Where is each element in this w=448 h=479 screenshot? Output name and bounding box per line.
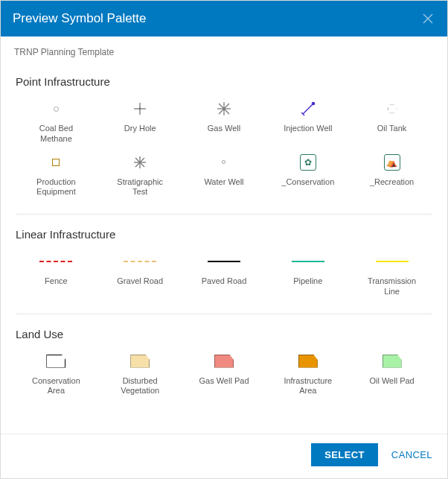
coal-bed-methane-icon — [38, 98, 74, 119]
section-point-infrastructure: Point Infrastructure Coal Bed Methane Dr… — [16, 75, 432, 197]
symbol-gas-well-pad[interactable]: Gas Well Pad — [184, 351, 265, 397]
symbol-fence[interactable]: Fence — [16, 251, 97, 297]
gas-well-pad-icon — [206, 351, 242, 372]
symbol-label: Coal Bed Methane — [26, 124, 86, 145]
svg-point-9 — [223, 107, 225, 110]
section-linear-infrastructure: Linear Infrastructure Fence Gravel Road … — [16, 228, 432, 297]
symbol-label: Stratigraphic Test — [110, 177, 170, 198]
symbol-label: Conservation Area — [26, 376, 86, 397]
template-name: TRNP Planning Template — [1, 37, 447, 62]
symbol-palette-dialog: Preview Symbol Palette TRNP Planning Tem… — [0, 0, 448, 479]
symbol-label: _Conservation — [281, 177, 334, 188]
transmission-line-icon — [374, 251, 410, 272]
svg-point-11 — [311, 102, 315, 106]
svg-line-10 — [303, 104, 313, 114]
gas-well-icon — [206, 98, 242, 119]
svg-point-4 — [139, 108, 141, 110]
symbol-coal-bed-methane[interactable]: Coal Bed Methane — [16, 98, 97, 145]
symbol-label: Fence — [45, 276, 68, 287]
recreation-icon: ⛺ — [374, 152, 410, 173]
section-land-use: Land Use Conservation Area Disturbed Veg… — [16, 328, 432, 397]
select-button[interactable]: SELECT — [311, 443, 378, 466]
water-well-icon — [206, 152, 242, 173]
symbol-conservation-area[interactable]: Conservation Area — [16, 351, 97, 397]
infrastructure-area-icon — [290, 351, 326, 372]
symbol-paved-road[interactable]: Paved Road — [184, 251, 265, 297]
section-title: Land Use — [16, 328, 432, 340]
section-title: Point Infrastructure — [16, 75, 432, 88]
symbol-oil-tank[interactable]: Oil Tank — [351, 98, 432, 145]
symbol-pipeline[interactable]: Pipeline — [267, 251, 348, 297]
dialog-title: Preview Symbol Palette — [13, 11, 420, 26]
symbol-dry-hole[interactable]: Dry Hole — [100, 98, 181, 145]
symbol-oil-well-pad[interactable]: Oil Well Pad — [351, 351, 432, 397]
production-equipment-icon — [38, 152, 74, 173]
symbol-label: Paved Road — [202, 276, 247, 287]
symbol-label: Injection Well — [284, 124, 332, 134]
symbol-label: Gravel Road — [117, 276, 163, 287]
symbol-label: Disturbed Vegetation — [110, 376, 170, 397]
symbol-label: _Recreation — [370, 177, 414, 188]
injection-well-icon — [290, 98, 326, 119]
symbol-label: Dry Hole — [124, 124, 156, 134]
symbol-label: Pipeline — [293, 276, 322, 287]
conservation-area-icon — [38, 351, 74, 372]
symbol-stratigraphic-test[interactable]: Stratigraphic Test — [100, 152, 181, 198]
pipeline-icon — [290, 251, 326, 272]
symbol-water-well[interactable]: Water Well — [184, 152, 265, 198]
svg-line-12 — [301, 112, 303, 114]
symbol-transmission-line[interactable]: Transmission Line — [351, 251, 432, 297]
fence-icon — [38, 251, 74, 272]
dialog-footer: SELECT CANCEL — [1, 434, 447, 478]
symbol-disturbed-vegetation[interactable]: Disturbed Vegetation — [100, 351, 181, 397]
cancel-button[interactable]: CANCEL — [391, 449, 432, 460]
symbol-injection-well[interactable]: Injection Well — [267, 98, 348, 145]
conservation-icon: ✿ — [290, 152, 326, 173]
titlebar: Preview Symbol Palette — [1, 1, 447, 37]
symbol-label: Water Well — [204, 177, 243, 188]
symbol-gas-well[interactable]: Gas Well — [184, 98, 265, 145]
paved-road-icon — [206, 251, 242, 272]
gravel-road-icon — [122, 251, 158, 272]
symbol-label: Oil Tank — [377, 124, 407, 134]
oil-tank-icon — [374, 98, 410, 119]
symbol-label: Gas Well — [208, 124, 240, 134]
symbol-infrastructure-area[interactable]: Infrastructure Area — [267, 351, 348, 397]
section-divider — [16, 314, 432, 314]
dialog-content: Point Infrastructure Coal Bed Methane Dr… — [1, 62, 447, 434]
close-icon[interactable] — [420, 11, 435, 26]
symbol-recreation-point[interactable]: ⛺ _Recreation — [351, 152, 432, 198]
symbol-label: Oil Well Pad — [369, 376, 414, 387]
symbol-label: Gas Well Pad — [199, 376, 249, 387]
symbol-label: Transmission Line — [362, 276, 422, 297]
section-title: Linear Infrastructure — [16, 228, 432, 241]
symbol-conservation-point[interactable]: ✿ _Conservation — [267, 152, 348, 198]
symbol-gravel-road[interactable]: Gravel Road — [100, 251, 181, 297]
section-divider — [16, 214, 432, 215]
svg-line-13 — [303, 114, 304, 115]
symbol-production-equipment[interactable]: Production Equipment — [16, 152, 97, 198]
symbol-label: Infrastructure Area — [278, 376, 338, 397]
dry-hole-icon — [122, 98, 158, 119]
disturbed-vegetation-icon — [122, 351, 158, 372]
stratigraphic-test-icon — [122, 152, 158, 173]
oil-well-pad-icon — [374, 351, 410, 372]
symbol-label: Production Equipment — [26, 177, 86, 198]
